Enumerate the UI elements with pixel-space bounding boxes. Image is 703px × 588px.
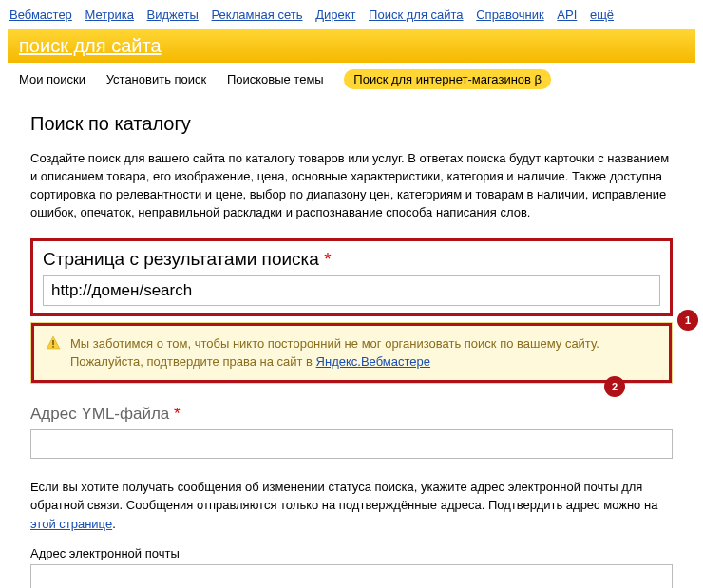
confirm-page-link[interactable]: этой странице: [30, 517, 112, 531]
subnav-link[interactable]: Мои поиски: [19, 72, 86, 86]
warning-icon: [46, 335, 61, 353]
topnav-link[interactable]: Вебмастер: [10, 8, 72, 22]
search-page-label: Страница с результатами поиска *: [43, 249, 660, 270]
description-text: Создайте поиск для вашего сайта по катал…: [30, 150, 673, 221]
annotation-marker-1: 1: [677, 310, 698, 331]
search-page-section: Страница с результатами поиска * 1: [30, 238, 673, 316]
topnav-more-link[interactable]: ещё: [590, 8, 614, 22]
svg-rect-1: [52, 346, 54, 348]
required-star: *: [174, 405, 180, 423]
email-input[interactable]: [30, 564, 673, 588]
topnav-link[interactable]: Виджеты: [147, 8, 199, 22]
topnav-link[interactable]: Рекламная сеть: [211, 8, 302, 22]
topnav-link[interactable]: Справочник: [476, 8, 544, 22]
page-title-link[interactable]: поиск для сайта: [19, 35, 162, 57]
page-title-bar: поиск для сайта: [8, 29, 695, 63]
sub-nav: Мои поиски Установить поиск Поисковые те…: [8, 63, 695, 100]
yml-input[interactable]: [30, 429, 673, 459]
topnav-link[interactable]: Поиск для сайта: [369, 8, 464, 22]
search-page-input[interactable]: [43, 275, 660, 306]
email-info-text: Если вы хотите получать сообщения об изм…: [30, 478, 673, 534]
top-nav: Вебмастер Метрика Виджеты Рекламная сеть…: [0, 0, 703, 29]
main-content: Поиск по каталогу Создайте поиск для ваш…: [0, 113, 703, 588]
svg-rect-0: [52, 340, 54, 345]
required-star: *: [324, 249, 331, 269]
heading: Поиск по каталогу: [30, 113, 673, 135]
warning-text: Мы заботимся о том, чтобы никто посторон…: [70, 335, 657, 370]
annotation-marker-2: 2: [604, 376, 625, 397]
subnav-link[interactable]: Поисковые темы: [227, 72, 324, 86]
subnav-pill[interactable]: Поиск для интернет-магазинов β: [344, 69, 551, 89]
warning-section: Мы заботимся о том, чтобы никто посторон…: [30, 322, 673, 383]
email-label: Адрес электронной почты: [30, 546, 673, 560]
topnav-link[interactable]: API: [557, 8, 577, 22]
yml-label: Адрес YML-файла *: [30, 405, 673, 424]
webmaster-link[interactable]: Яндекс.Вебмастере: [316, 354, 430, 369]
topnav-link[interactable]: Метрика: [85, 8, 133, 22]
topnav-link[interactable]: Директ: [315, 8, 355, 22]
subnav-link[interactable]: Установить поиск: [106, 72, 207, 86]
